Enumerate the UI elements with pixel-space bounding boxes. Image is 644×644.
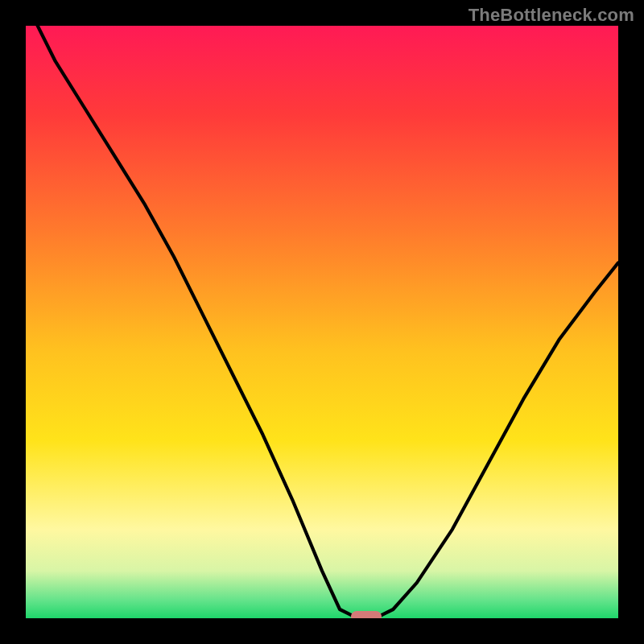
curve-path: [26, 26, 618, 618]
bottleneck-curve: [26, 26, 618, 618]
watermark-text: TheBottleneck.com: [469, 5, 634, 26]
chart-container: TheBottleneck.com: [0, 0, 644, 644]
minimum-marker: [351, 611, 382, 618]
plot-area: [26, 26, 618, 618]
